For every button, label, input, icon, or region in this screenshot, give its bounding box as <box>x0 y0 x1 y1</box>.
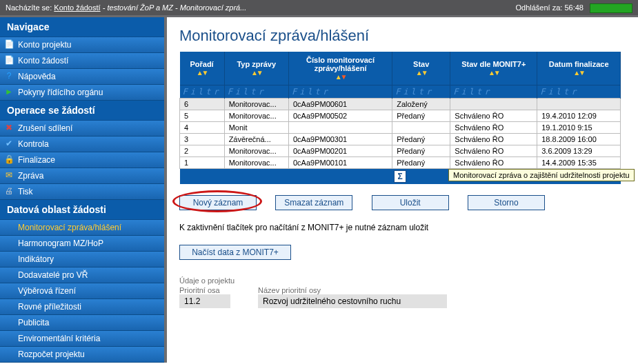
field2-label: Název prioritní osy <box>258 286 447 294</box>
cell-typ: Monitorovac... <box>224 99 288 110</box>
breadcrumb-link[interactable]: Konto žádostí <box>54 3 100 12</box>
sidebar-item[interactable]: 📄Konto projektu <box>0 37 164 53</box>
th-typ[interactable]: Typ zprávy▲▼ <box>224 52 288 85</box>
sidebar-item-label: Konto žádostí <box>18 56 68 65</box>
sidebar-item-label: Indikátory <box>18 254 54 264</box>
field1-label: Prioritní osa <box>179 286 230 294</box>
sidebar-item-icon: ✖ <box>4 123 14 132</box>
cell-datum: 18.8.2009 16:00 <box>537 134 621 145</box>
storno-button[interactable]: Storno <box>468 195 545 210</box>
sidebar-item-label: Rovné příležitosti <box>18 302 81 312</box>
cell-datum: 19.1.2010 9:15 <box>537 122 621 134</box>
cell-poradi: 2 <box>180 145 225 157</box>
cell-stav: Předaný <box>392 157 450 169</box>
sidebar-section-datova: Datová oblast žádosti <box>0 200 164 220</box>
cell-stav_monit: Schváleno ŘO <box>450 110 537 122</box>
cell-stav_monit: Schváleno ŘO <box>450 145 537 157</box>
content-area: Monitorovací zpráva/hlášení Pořadí▲▼ Typ… <box>167 17 638 363</box>
cell-stav_monit: Schváleno ŘO <box>450 122 537 134</box>
sidebar-item[interactable]: Publicita <box>0 315 164 331</box>
sidebar-item[interactable]: 📄Konto žádostí <box>0 53 164 69</box>
cell-typ: Monitorovac... <box>224 157 288 169</box>
cell-cislo: 0cAa9PM00601 <box>288 99 392 110</box>
page-title: Monitorovací zpráva/hlášení <box>179 27 626 45</box>
cell-typ: Monitorovac... <box>224 110 288 122</box>
sidebar-item-label: Nápověda <box>18 72 56 81</box>
sidebar-item-label: Enviromentální kritéria <box>18 334 100 343</box>
sidebar-section-operace: Operace se žádostí <box>0 101 164 121</box>
table-row[interactable]: 6Monitorovac...0cAa9PM00601Založený <box>180 99 621 110</box>
th-stav-monit[interactable]: Stav dle MONIT7+▲▼ <box>450 52 537 85</box>
th-datum[interactable]: Datum finalizace▲▼ <box>537 52 621 85</box>
breadcrumb-prefix: Nacházíte se: <box>6 3 52 12</box>
sidebar-item[interactable]: ✔Kontrola <box>0 136 164 152</box>
filter-datum[interactable]: Filtr <box>537 85 621 99</box>
th-cislo[interactable]: Číslo monitorovací zprávy/hlášení▲▼ <box>288 52 392 85</box>
cell-datum: 3.6.2009 13:29 <box>537 145 621 157</box>
sidebar-item-icon: ✉ <box>4 170 14 180</box>
table-row[interactable]: 1Monitorovac...0cAa9PM00101PředanýSchvál… <box>180 157 621 169</box>
cell-typ: Závěrečná... <box>224 134 288 145</box>
sidebar-item-label: Výběrová řízení <box>18 286 76 296</box>
table-row[interactable]: 4MonitSchváleno ŘO19.1.2010 9:15 <box>180 122 621 134</box>
sidebar-item-label: Zrušení sdílení <box>18 123 72 133</box>
sidebar-item-label: Tisk <box>18 187 33 196</box>
filter-cislo[interactable]: Filtr <box>288 85 392 99</box>
cell-cislo: 0cAa9PM00101 <box>288 157 392 169</box>
hint-text: K zaktivnění tlačítek pro načítání z MON… <box>179 223 626 232</box>
tooltip: Monitorovací zpráva o zajištění udržitel… <box>448 169 635 181</box>
table-row[interactable]: 2Monitorovac...0cAa9PM00201PředanýSchvál… <box>180 145 621 157</box>
sidebar-item[interactable]: Harmonogram MZ/HoP <box>0 236 164 252</box>
sidebar-item[interactable]: 🖨Tisk <box>0 184 164 200</box>
smazat-zaznam-button[interactable]: Smazat záznam <box>275 195 352 210</box>
sidebar-item-label: Finalizace <box>18 155 55 165</box>
cell-stav_monit <box>450 99 537 110</box>
sidebar: Navigace 📄Konto projektu📄Konto žádostí?N… <box>0 17 167 363</box>
sigma-icon[interactable]: Σ <box>394 170 406 183</box>
sidebar-item[interactable]: Monitorovací zpráva/hlášení <box>0 220 164 236</box>
nacist-data-button[interactable]: Načíst data z MONIT7+ <box>179 245 291 260</box>
filter-stav-monit[interactable]: Filtr <box>450 85 537 99</box>
cell-datum: 14.4.2009 15:35 <box>537 157 621 169</box>
sidebar-item[interactable]: ►Pokyny řídícího orgánu <box>0 85 164 101</box>
table-row[interactable]: 5Monitorovac...0cAa9PM00502PředanýSchvál… <box>180 110 621 122</box>
sidebar-item-label: Rozpočet projektu <box>18 350 85 359</box>
novy-zaznam-button[interactable]: Nový záznam <box>179 195 257 210</box>
filter-stav[interactable]: Filtr <box>392 85 450 99</box>
sidebar-item-label: Pokyny řídícího orgánu <box>18 88 103 97</box>
cell-datum <box>537 99 621 110</box>
cell-poradi: 6 <box>180 99 225 110</box>
sidebar-item-label: Konto projektu <box>18 40 71 50</box>
filter-poradi[interactable]: Filtr <box>180 85 225 99</box>
sidebar-section-navigace: Navigace <box>0 17 164 37</box>
th-poradi[interactable]: Pořadí▲▼ <box>180 52 225 85</box>
sidebar-item[interactable]: Výběrová řízení <box>0 283 164 299</box>
sidebar-item[interactable]: Indikátory <box>0 252 164 267</box>
sidebar-item[interactable]: Dodavatelé pro VŘ <box>0 267 164 283</box>
sidebar-item-label: Monitorovací zpráva/hlášení <box>18 223 121 232</box>
ulozit-button[interactable]: Uložit <box>372 195 449 210</box>
cell-stav_monit: Schváleno ŘO <box>450 157 537 169</box>
cell-stav: Předaný <box>392 110 450 122</box>
sidebar-item[interactable]: ✉Zpráva <box>0 168 164 184</box>
sidebar-item-icon: ✔ <box>4 139 14 148</box>
sidebar-item[interactable]: ✖Zrušení sdílení <box>0 121 164 136</box>
sidebar-item[interactable]: Enviromentální kritéria <box>0 331 164 347</box>
cell-poradi: 3 <box>180 134 225 145</box>
sidebar-item[interactable]: Rovné příležitosti <box>0 299 164 315</box>
sidebar-item-label: Dodavatelé pro VŘ <box>18 270 88 280</box>
sidebar-item-icon: 📄 <box>4 55 14 65</box>
table-row[interactable]: 3Závěrečná...0cAa9PM00301PředanýSchválen… <box>180 134 621 145</box>
sidebar-item-label: Harmonogram MZ/HoP <box>18 239 103 248</box>
cell-stav: Založený <box>392 99 450 110</box>
sidebar-item-label: Publicita <box>18 318 49 327</box>
cell-stav: Předaný <box>392 134 450 145</box>
cell-cislo: 0cAa9PM00301 <box>288 134 392 145</box>
sidebar-item[interactable]: 🔒Finalizace <box>0 152 164 168</box>
cell-poradi: 5 <box>180 110 225 122</box>
sidebar-item[interactable]: Rozpočet projektu <box>0 347 164 363</box>
th-stav[interactable]: Stav▲▼ <box>392 52 450 85</box>
filter-typ[interactable]: Filtr <box>224 85 288 99</box>
sidebar-item[interactable]: ?Nápověda <box>0 69 164 85</box>
data-table: Pořadí▲▼ Typ zprávy▲▼ Číslo monitorovací… <box>179 52 621 184</box>
